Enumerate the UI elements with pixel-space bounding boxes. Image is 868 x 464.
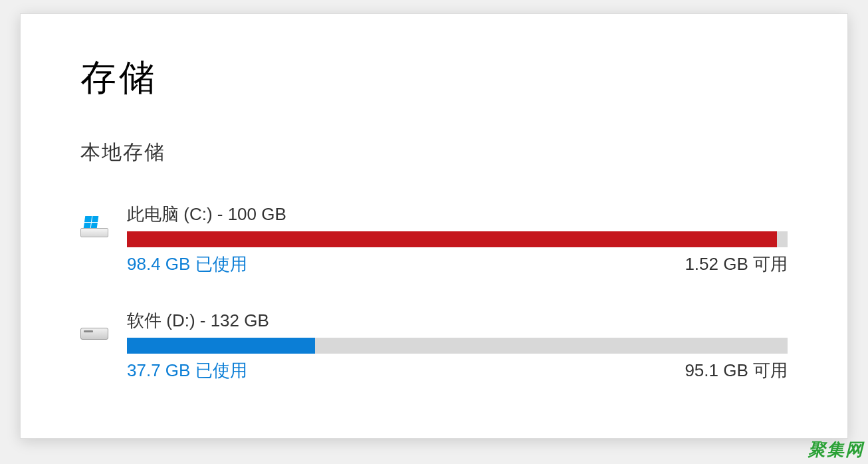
- drive-icon-wrap: [80, 309, 127, 340]
- drive-icon-wrap: [80, 203, 127, 237]
- drive-item-c[interactable]: 此电脑 (C:) - 100 GB 98.4 GB 已使用 1.52 GB 可用: [80, 203, 788, 276]
- drive-info: 98.4 GB 已使用 1.52 GB 可用: [127, 253, 788, 276]
- drive-label: 此电脑 (C:) - 100 GB: [127, 203, 788, 226]
- settings-window: 存储 本地存储 此电脑 (C:) - 100 GB 98.4 GB 已使用 1.…: [20, 13, 848, 439]
- drive-free-text: 1.52 GB 可用: [685, 253, 788, 276]
- drive-usage-bar: [127, 338, 788, 354]
- drive-bar-fill: [127, 338, 315, 354]
- system-drive-icon: [80, 216, 108, 237]
- hard-drive-icon: [80, 328, 108, 340]
- drive-usage-bar: [127, 231, 788, 247]
- page-title: 存储: [80, 54, 788, 102]
- drive-free-text: 95.1 GB 可用: [685, 359, 788, 382]
- watermark: 聚集网: [808, 438, 864, 461]
- drive-used-text: 37.7 GB 已使用: [127, 359, 247, 382]
- drive-used-text: 98.4 GB 已使用: [127, 253, 247, 276]
- drive-bar-fill: [127, 231, 777, 247]
- drive-body: 此电脑 (C:) - 100 GB 98.4 GB 已使用 1.52 GB 可用: [127, 203, 788, 276]
- drive-info: 37.7 GB 已使用 95.1 GB 可用: [127, 359, 788, 382]
- drive-item-d[interactable]: 软件 (D:) - 132 GB 37.7 GB 已使用 95.1 GB 可用: [80, 309, 788, 382]
- section-title: 本地存储: [80, 139, 788, 166]
- drive-label: 软件 (D:) - 132 GB: [127, 309, 788, 332]
- drive-body: 软件 (D:) - 132 GB 37.7 GB 已使用 95.1 GB 可用: [127, 309, 788, 382]
